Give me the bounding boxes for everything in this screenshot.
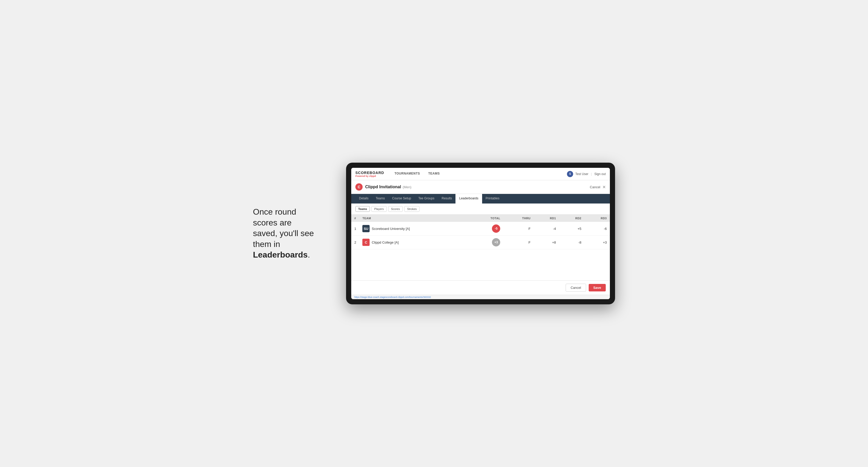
rd1-1: -4 (534, 222, 559, 236)
rd2-2: -8 (559, 236, 585, 249)
thru-2: F (503, 236, 534, 249)
col-header-rank: # (351, 215, 359, 222)
nav-teams[interactable]: TEAMS (424, 168, 444, 180)
nav-separator: | (591, 172, 592, 176)
filter-players[interactable]: Players (371, 206, 387, 212)
user-name: Test User (575, 172, 588, 176)
tablet-device: SCOREBOARD Powered by clippd TOURNAMENTS… (346, 163, 615, 304)
table-spacer (351, 249, 610, 280)
tournament-header: C Clippd Invitational (Men) Cancel ✕ (351, 180, 610, 194)
col-header-total: TOTAL (470, 215, 503, 222)
sidebar-description: Once round scores are saved, you'll see … (253, 207, 331, 260)
table-row: 1 SU Scoreboard University [A] (351, 222, 610, 236)
total-1: -5 (470, 222, 503, 236)
sidebar-text-line3: saved, you'll see (253, 228, 314, 238)
rank-1: 1 (351, 222, 359, 236)
col-header-team: TEAM (359, 215, 470, 222)
tab-results[interactable]: Results (438, 194, 456, 204)
filter-teams[interactable]: Teams (355, 206, 370, 212)
logo-powered: Powered by clippd (355, 175, 384, 177)
tab-leaderboards[interactable]: Leaderboards (456, 194, 482, 204)
leaderboard-table: # TEAM TOTAL THRU RD1 (351, 215, 610, 249)
col-header-rd1: RD1 (534, 215, 559, 222)
status-bar: https://stage-blue-coach.stagescoreboard… (351, 295, 610, 299)
sidebar-text-line4: them in (253, 240, 280, 249)
rd2-1: +5 (559, 222, 585, 236)
table-header-row: # TEAM TOTAL THRU RD1 (351, 215, 610, 222)
team-logo-2: C (362, 239, 370, 246)
logo-area: SCOREBOARD Powered by clippd (355, 171, 384, 177)
rank-2: 2 (351, 236, 359, 249)
team-name-2: Clippd College [A] (372, 241, 399, 244)
score-badge-1: -5 (492, 224, 500, 233)
table-row: 2 C Clippd College [A] (351, 236, 610, 249)
logo-scoreboard: SCOREBOARD (355, 171, 384, 175)
team-name-cell-1: SU Scoreboard University [A] (359, 222, 470, 236)
top-nav-right: S Test User | Sign out (567, 171, 606, 177)
bottom-bar: Cancel Save (351, 280, 610, 295)
filter-strokes[interactable]: Strokes (404, 206, 420, 212)
team-logo-1: SU (362, 225, 370, 232)
tournament-icon: C (355, 183, 363, 191)
cancel-button[interactable]: Cancel (566, 284, 586, 292)
tab-course-setup[interactable]: Course Setup (389, 194, 414, 204)
tablet-screen: SCOREBOARD Powered by clippd TOURNAMENTS… (351, 168, 610, 299)
tab-printables[interactable]: Printables (482, 194, 503, 204)
team-name-cell-2: C Clippd College [A] (359, 236, 470, 249)
rd1-2: +8 (534, 236, 559, 249)
top-nav-links: TOURNAMENTS TEAMS (390, 168, 567, 180)
top-nav: SCOREBOARD Powered by clippd TOURNAMENTS… (351, 168, 610, 180)
tournament-close-button[interactable]: ✕ (602, 185, 606, 190)
nav-tournaments[interactable]: TOURNAMENTS (390, 168, 424, 180)
thru-1: F (503, 222, 534, 236)
total-2: +3 (470, 236, 503, 249)
sidebar-period: . (308, 250, 310, 259)
score-badge-2: +3 (492, 238, 500, 246)
tab-teams[interactable]: Teams (372, 194, 389, 204)
user-avatar: S (567, 171, 573, 177)
rd3-2: +3 (585, 236, 610, 249)
tournament-gender: (Men) (403, 185, 411, 189)
rd3-1: -6 (585, 222, 610, 236)
filter-scores[interactable]: Scores (388, 206, 403, 212)
sign-out-link[interactable]: Sign out (594, 172, 606, 176)
sidebar-text-line2: scores are (253, 218, 291, 227)
col-header-thru: THRU (503, 215, 534, 222)
col-header-rd2: RD2 (559, 215, 585, 222)
sidebar-text-line1: Once round (253, 207, 296, 216)
tab-details[interactable]: Details (355, 194, 372, 204)
sub-nav: Details Teams Course Setup Tee Groups Re… (351, 194, 610, 204)
sidebar-text-bold: Leaderboards (253, 250, 308, 259)
tournament-name: Clippd Invitational (365, 185, 401, 189)
col-header-rd3: RD3 (585, 215, 610, 222)
tournament-header-right: Cancel ✕ (590, 185, 606, 190)
save-button[interactable]: Save (589, 284, 606, 291)
page-wrapper: Once round scores are saved, you'll see … (253, 163, 615, 304)
filter-bar: Teams Players Scores Strokes (351, 204, 610, 215)
status-url: https://stage-blue-coach.stagescoreboard… (354, 296, 431, 299)
tournament-cancel-link[interactable]: Cancel (590, 185, 600, 189)
tab-tee-groups[interactable]: Tee Groups (414, 194, 438, 204)
team-name-1: Scoreboard University [A] (372, 227, 410, 231)
